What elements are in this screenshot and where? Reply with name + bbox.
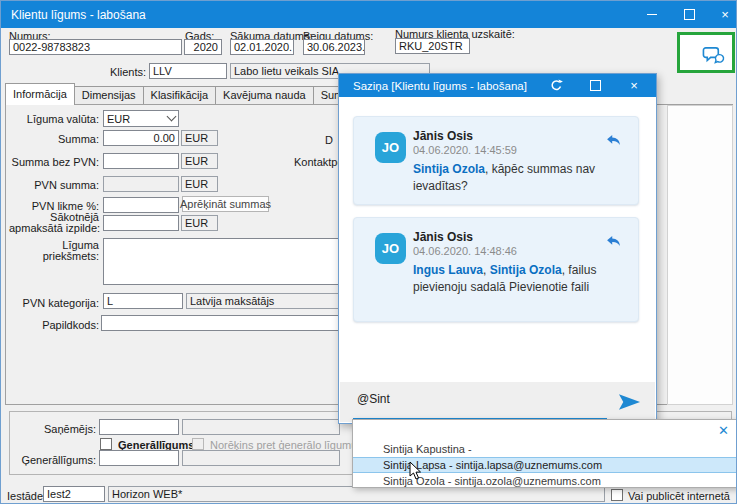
iestade-label: Iestāde: — [7, 490, 46, 502]
window-title: Klientu līgums - labošana — [1, 8, 146, 22]
datums-label-partial: D — [325, 134, 333, 146]
pvn-likme-input[interactable] — [103, 197, 179, 213]
chat-message-card: JOJānis Osis04.06.2020. 14:48:46Ingus La… — [353, 217, 639, 322]
pvn-summa-label: PVN summa: — [9, 179, 99, 191]
summa-input[interactable]: 0.00 — [103, 130, 179, 146]
dropdown-close-icon[interactable]: ✕ — [718, 424, 729, 437]
message-text-segment: , — [483, 263, 490, 277]
sanemejs-name-field — [182, 419, 340, 435]
valuta-value: EUR — [107, 113, 130, 125]
chat-title: Saziņa [Klientu līgums - labošana] — [339, 80, 527, 92]
summa-label: Summa: — [9, 133, 99, 145]
refresh-icon[interactable] — [547, 74, 565, 97]
kontaktpersona-label-partial: Kontaktpe — [294, 156, 344, 168]
mouse-cursor — [409, 461, 422, 482]
chat-message-card: JOJānis Osis04.06.2020. 14:45:59Sintija … — [353, 116, 639, 205]
beigu-datums-input[interactable]: 30.06.2023. — [303, 39, 365, 55]
mention-link[interactable]: Sintija Ozola — [413, 162, 485, 176]
gads-input[interactable]: 2020 — [184, 39, 222, 55]
message-timestamp: 04.06.2020. 14:45:59 — [413, 144, 517, 156]
chat-bubbles-icon[interactable] — [702, 46, 725, 67]
chat-titlebar: Saziņa [Klientu līgums - labošana] — [339, 74, 656, 97]
chat-input[interactable]: @Sint — [357, 392, 390, 406]
prieksmets-label-line2: priekšmets: — [9, 250, 99, 262]
uzskaite-input[interactable]: RKU_20STR — [395, 38, 470, 54]
mention-link[interactable]: Ingus Lauva — [413, 263, 483, 277]
avatar: JO — [375, 132, 406, 163]
publicet-checkbox-label: Vai publicēt internetā — [628, 490, 730, 502]
iestade-input[interactable]: Iest2 — [43, 486, 105, 502]
generalligums-checkbox[interactable] — [100, 438, 112, 450]
chevron-down-icon — [167, 112, 177, 122]
send-icon[interactable] — [616, 392, 642, 412]
reply-icon[interactable] — [605, 234, 622, 250]
avatar: JO — [375, 233, 406, 264]
valuta-label: Līguma valūta: — [9, 113, 99, 125]
klients-label: Klients: — [101, 66, 146, 78]
message-timestamp: 04.06.2020. 14:48:46 — [413, 245, 517, 257]
summa-currency-field: EUR — [181, 130, 218, 146]
reply-icon[interactable] — [605, 133, 622, 149]
tab-kavējuma-nauda[interactable]: Kavējuma nauda — [215, 86, 314, 105]
green-highlight-box — [677, 32, 735, 73]
main-window: Klientu līgums - labošana × Numurs: 0022… — [0, 0, 737, 504]
klients-code-input[interactable]: LLV — [149, 63, 227, 79]
tab-dimensijas[interactable]: Dimensijas — [74, 86, 144, 105]
maximize-icon[interactable] — [678, 1, 700, 28]
pvn-summa-input — [103, 176, 179, 192]
message-author: Jānis Osis — [413, 129, 473, 143]
generalligums-label: Ģenerāllīgums: — [9, 454, 96, 466]
message-author: Jānis Osis — [413, 230, 473, 244]
chat-close-icon[interactable]: × — [625, 74, 643, 97]
chat-window: Saziņa [Klientu līgums - labošana] × JOJ… — [338, 73, 657, 424]
norekins-checkbox — [192, 438, 204, 450]
pvnsumma-currency-field: EUR — [181, 176, 218, 192]
summa-bez-pvn-label: Summa bez PVN: — [9, 156, 99, 168]
chat-maximize-icon[interactable] — [586, 74, 604, 97]
sakuma-datums-input[interactable]: 02.01.2020. — [230, 39, 294, 55]
sakotneja-input[interactable] — [103, 215, 179, 231]
mention-link[interactable]: Sintija Ozola — [490, 263, 562, 277]
sanemejs-input[interactable] — [99, 419, 179, 435]
aprekinat-summas-button[interactable]: Aprēķināt summas — [182, 196, 269, 212]
valuta-select[interactable]: EUR — [103, 110, 179, 127]
mention-option[interactable]: Sintija Kapustina - — [353, 441, 737, 457]
sanemejs-label: Saņēmējs: — [9, 423, 96, 435]
generalligums-input[interactable] — [99, 450, 179, 466]
pvn-kategorija-label: PVN kategorija: — [9, 297, 99, 309]
tab-klasifikācija[interactable]: Klasifikācija — [143, 86, 216, 105]
main-titlebar: Klientu līgums - labošana — [1, 1, 736, 28]
close-icon[interactable]: × — [714, 1, 736, 28]
pvn-kategorija-input[interactable]: L — [103, 293, 183, 309]
publicet-checkbox[interactable] — [611, 489, 623, 501]
right-side-panel — [667, 105, 733, 405]
sakotneja-label-line2: apmaksātā izpilde: — [9, 222, 99, 234]
sakotneja-currency-field: EUR — [181, 215, 218, 231]
papildkods-label: Papildkods: — [9, 319, 99, 331]
minimize-icon[interactable] — [641, 1, 663, 28]
chat-input-bar[interactable]: @Sint — [340, 382, 655, 422]
message-text: Sintija Ozola, kāpēc summas nav ievadīta… — [413, 161, 611, 196]
message-text: Ingus Lauva, Sintija Ozola, failus pievi… — [413, 262, 611, 297]
summa-bez-pvn-input[interactable] — [103, 153, 179, 169]
generalligums-name-field — [182, 450, 340, 466]
bezpvn-currency-field: EUR — [181, 153, 218, 169]
tab-informācija[interactable]: Informācija — [5, 83, 75, 105]
numurs-input[interactable]: 0022-98783823 — [9, 39, 182, 55]
